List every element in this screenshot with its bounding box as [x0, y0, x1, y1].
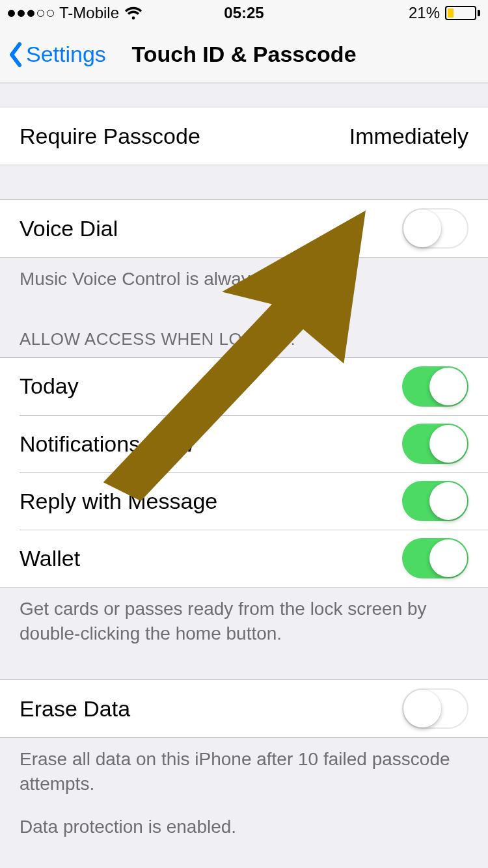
- allow-access-header: ALLOW ACCESS WHEN LOCKED:: [0, 329, 488, 357]
- signal-strength-icon: [8, 10, 54, 17]
- voice-dial-row: Voice Dial: [0, 200, 488, 257]
- allow-access-notifications-row: Notifications View: [20, 415, 488, 472]
- notifications-view-toggle[interactable]: [402, 424, 468, 464]
- voice-dial-group: Voice Dial: [0, 199, 488, 258]
- list-item-label: Reply with Message: [20, 489, 402, 514]
- list-item-label: Wallet: [20, 546, 402, 571]
- erase-data-row: Erase Data: [0, 680, 488, 737]
- allow-access-group: Today Notifications View Reply with Mess…: [0, 357, 488, 588]
- list-item-label: Notifications View: [20, 431, 402, 457]
- list-item-label: Today: [20, 373, 402, 399]
- require-passcode-row[interactable]: Require Passcode Immediately: [0, 107, 488, 165]
- allow-access-reply-row: Reply with Message: [20, 472, 488, 530]
- battery-icon: [445, 6, 480, 20]
- erase-data-footer-1: Erase all data on this iPhone after 10 f…: [0, 738, 488, 796]
- require-passcode-label: Require Passcode: [20, 124, 349, 149]
- status-left: T-Mobile: [8, 4, 142, 22]
- require-passcode-value: Immediately: [349, 124, 468, 149]
- allow-access-footer: Get cards or passes ready from the lock …: [0, 588, 488, 646]
- back-button-label: Settings: [26, 42, 106, 67]
- voice-dial-label: Voice Dial: [20, 216, 402, 241]
- carrier-label: T-Mobile: [59, 4, 119, 22]
- erase-data-group: Erase Data: [0, 679, 488, 738]
- voice-dial-footer: Music Voice Control is always enabled.: [0, 258, 488, 292]
- erase-data-toggle[interactable]: [402, 688, 468, 729]
- wallet-toggle[interactable]: [402, 538, 468, 578]
- voice-dial-toggle[interactable]: [402, 208, 468, 249]
- allow-access-today-row: Today: [0, 358, 488, 415]
- wifi-icon: [124, 6, 142, 20]
- back-button[interactable]: Settings: [0, 42, 106, 68]
- battery-percent-label: 21%: [409, 4, 440, 22]
- erase-data-footer-2: Data protection is enabled.: [0, 796, 488, 839]
- status-bar: T-Mobile 05:25 21%: [0, 0, 488, 26]
- status-right: 21%: [409, 4, 480, 22]
- require-passcode-group: Require Passcode Immediately: [0, 107, 488, 165]
- allow-access-wallet-row: Wallet: [20, 530, 488, 587]
- erase-data-label: Erase Data: [20, 696, 402, 722]
- nav-bar: Settings Touch ID & Passcode: [0, 26, 488, 83]
- reply-with-message-toggle[interactable]: [402, 481, 468, 521]
- today-toggle[interactable]: [402, 366, 468, 407]
- chevron-left-icon: [8, 42, 23, 68]
